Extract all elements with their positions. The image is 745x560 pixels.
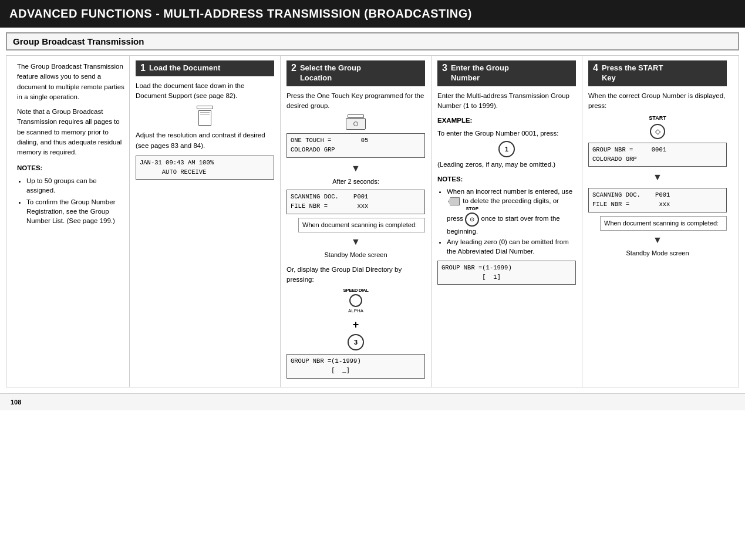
step2-lcd1: ONE TOUCH = 05 COLORADO GRP bbox=[286, 133, 425, 158]
after-seconds: After 2 seconds: bbox=[286, 177, 425, 187]
note-item-1: Up to 50 groups can be assigned. bbox=[26, 176, 124, 195]
fax-icon-container bbox=[286, 114, 425, 130]
step3-lcd1: GROUP NBR =(1-1999) [ 1] bbox=[437, 261, 576, 285]
stop-icon: ⊙ bbox=[465, 212, 479, 227]
note3-1: When an incorrect number is entered, use… bbox=[447, 187, 576, 235]
step3-header: 3 Enter the GroupNumber bbox=[437, 60, 576, 86]
plus-sign: + bbox=[286, 317, 425, 333]
step4-num: 4 bbox=[593, 63, 598, 73]
notes-list: Up to 50 groups can be assigned. To conf… bbox=[17, 176, 124, 225]
step2-column: 2 Select the GroupLocation Press the One… bbox=[281, 56, 432, 387]
doc-sheet bbox=[198, 110, 211, 126]
intro-body: The Group Broadcast Transmission feature… bbox=[17, 62, 124, 102]
circle1-container: 1 bbox=[437, 141, 576, 157]
arrow1: ▼ bbox=[286, 161, 425, 176]
step2-title: Select the GroupLocation bbox=[300, 63, 361, 83]
step4-arrow1: ▼ bbox=[588, 170, 727, 184]
notes-header: NOTES: bbox=[17, 163, 124, 173]
step4-arrow2: ▼ bbox=[588, 233, 727, 247]
fax-icon bbox=[346, 114, 366, 130]
step1-body1: Load the document face down in the Docum… bbox=[136, 81, 274, 102]
step2-num: 2 bbox=[291, 63, 296, 73]
step2-callout: When document scanning is completed: bbox=[298, 218, 425, 232]
step4-column: 4 Press the STARTKey When the correct Gr… bbox=[582, 56, 733, 387]
fax-body bbox=[346, 118, 366, 130]
doc-support-rect bbox=[197, 106, 213, 109]
stop-label: STOP bbox=[465, 205, 479, 212]
step4-lcd1: GROUP NBR = 0001 COLORADO GRP bbox=[588, 143, 727, 167]
stop-icon-container: STOP ⊙ bbox=[465, 205, 479, 226]
start-label: START bbox=[588, 114, 727, 123]
note3-2: Any leading zero (0) can be omitted from… bbox=[447, 237, 576, 256]
step2-lcd3: GROUP NBR =(1-1999) [ _] bbox=[286, 354, 425, 379]
step4-title: Press the STARTKey bbox=[602, 63, 663, 83]
step3-title: Enter the GroupNumber bbox=[451, 63, 509, 83]
leading-zeros: (Leading zeros, if any, may be omitted.) bbox=[437, 160, 576, 170]
step4-lcd2: SCANNING DOC. P001 FILE NBR = xxx bbox=[588, 188, 727, 212]
arrow2: ▼ bbox=[286, 235, 425, 249]
step1-header: 1 Load the Document bbox=[136, 60, 274, 76]
step3-column: 3 Enter the GroupNumber Enter the Multi-… bbox=[432, 56, 582, 387]
step1-body2: Adjust the resolution and contrast if de… bbox=[136, 130, 274, 151]
step1-lcd: JAN-31 09:43 AM 100% AUTO RECEIVE bbox=[136, 156, 274, 180]
step4-callout: When document scanning is completed: bbox=[600, 216, 727, 231]
document-icon bbox=[136, 106, 274, 126]
intro-note: Note that a Group Broadcast Transmission… bbox=[17, 107, 124, 157]
step2-header: 2 Select the GroupLocation bbox=[286, 60, 425, 86]
start-button-container: START ◇ bbox=[588, 114, 727, 139]
step2-body1: Press the One Touch Key programmed for t… bbox=[286, 91, 425, 112]
standby2: Standby Mode screen bbox=[588, 248, 727, 258]
key-1-icon: 1 bbox=[498, 141, 515, 157]
step1-num: 1 bbox=[140, 63, 146, 73]
step1-title: Load the Document bbox=[149, 63, 220, 73]
step3-notes-header: NOTES: bbox=[437, 174, 576, 184]
step3-body1: Enter the Multi-address Transmission Gro… bbox=[437, 91, 576, 112]
start-key-icon: ◇ bbox=[650, 124, 665, 139]
page-title-text: ADVANCED FUNCTIONS - MULTI-ADDRESS TRANS… bbox=[9, 7, 472, 20]
page-number: 108 bbox=[6, 396, 26, 408]
section-title: Group Broadcast Transmission bbox=[6, 32, 739, 50]
or-text: Or, display the Group Dial Directory by … bbox=[286, 265, 425, 285]
example-header: EXAMPLE: bbox=[437, 116, 576, 126]
key-3-icon: 3 bbox=[348, 334, 364, 350]
alpha-label: ALPHA bbox=[348, 308, 363, 315]
speed-dial-circle bbox=[349, 294, 362, 307]
step3-num: 3 bbox=[442, 63, 447, 73]
step2-lcd2: SCANNING DOC. P001 FILE NBR = xxx bbox=[286, 190, 425, 214]
footer: 108 bbox=[0, 393, 745, 410]
main-content: The Group Broadcast Transmission feature… bbox=[6, 55, 739, 387]
page-title: ADVANCED FUNCTIONS - MULTI-ADDRESS TRANS… bbox=[0, 0, 745, 28]
speed-dial-icon: SPEED DIAL ALPHA bbox=[343, 287, 368, 315]
speed-dial-label: SPEED DIAL bbox=[343, 287, 368, 294]
circle3-container: 3 bbox=[286, 334, 425, 350]
step3-notes-list: When an incorrect number is entered, use… bbox=[437, 187, 576, 256]
step4-body1: When the correct Group Number is display… bbox=[588, 91, 727, 112]
delete-icon bbox=[448, 197, 460, 205]
fax-lens bbox=[353, 122, 358, 126]
standby1: Standby Mode screen bbox=[286, 250, 425, 260]
note-item-2: To confirm the Group Number Registration… bbox=[26, 197, 124, 225]
intro-column: The Group Broadcast Transmission feature… bbox=[12, 56, 130, 387]
step1-column: 1 Load the Document Load the document fa… bbox=[130, 56, 281, 387]
step4-header: 4 Press the STARTKey bbox=[588, 60, 727, 86]
example-body: To enter the Group Number 0001, press: bbox=[437, 129, 576, 139]
